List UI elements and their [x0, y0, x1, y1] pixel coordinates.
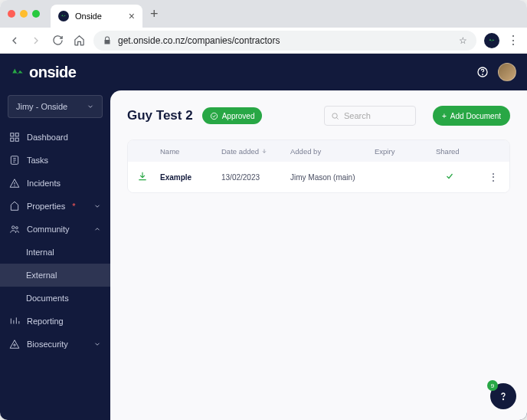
check-circle-icon [210, 112, 218, 120]
svg-point-12 [332, 113, 337, 117]
sidebar-item-reporting[interactable]: Reporting [0, 310, 110, 333]
sidebar-item-tasks[interactable]: Tasks [0, 149, 110, 172]
page-title: Guy Test 2 [127, 108, 193, 123]
row-name: Example [160, 173, 221, 182]
tab-title: Onside [75, 11, 102, 21]
required-indicator: * [72, 202, 75, 211]
url-text: get.onside.co.nz/companies/contractors [118, 35, 280, 46]
svg-point-10 [14, 344, 15, 346]
sidebar-item-documents[interactable]: Documents [0, 287, 110, 310]
svg-rect-2 [11, 133, 14, 136]
sort-desc-icon [261, 148, 267, 154]
row-shared [436, 172, 482, 182]
status-badge: Approved [202, 107, 263, 124]
address-bar[interactable]: get.onside.co.nz/companies/contractors ☆ [93, 31, 476, 51]
svg-rect-3 [15, 133, 18, 136]
chevron-down-icon [93, 340, 101, 348]
col-date-added[interactable]: Date added [221, 147, 290, 156]
biosecurity-icon [9, 339, 20, 349]
sidebar-item-label: External [26, 271, 57, 280]
sidebar-item-label: Dashboard [27, 133, 68, 142]
sidebar-item-label: Documents [26, 294, 69, 303]
chevron-up-icon [93, 225, 101, 233]
reporting-icon [9, 316, 20, 326]
workspace-name: Jimy - Onside [16, 102, 67, 111]
new-tab-button[interactable]: + [150, 6, 159, 22]
check-icon [445, 172, 454, 181]
workspace-selector[interactable]: Jimy - Onside [8, 95, 103, 118]
forward-button [29, 34, 43, 48]
floating-help-button[interactable]: 9 [490, 383, 516, 409]
sidebar-item-biosecurity[interactable]: Biosecurity [0, 333, 110, 356]
add-document-button[interactable]: + Add Document [433, 106, 510, 126]
svg-rect-4 [11, 138, 14, 141]
col-shared[interactable]: Shared [436, 147, 482, 156]
svg-point-13 [502, 399, 503, 399]
col-name[interactable]: Name [160, 147, 221, 156]
sidebar: Jimy - Onside Dashboard Tasks Incidents … [0, 54, 110, 420]
lock-icon [103, 36, 112, 45]
sidebar-item-internal[interactable]: Internal [0, 241, 110, 264]
plus-icon: + [442, 112, 447, 120]
download-button[interactable] [133, 171, 160, 183]
sidebar-item-dashboard[interactable]: Dashboard [0, 126, 110, 149]
tab-close-icon[interactable]: × [129, 10, 135, 22]
row-date-added: 13/02/2023 [221, 173, 290, 182]
window-minimize-button[interactable] [20, 10, 28, 18]
sidebar-item-label: Biosecurity [27, 340, 68, 349]
svg-rect-5 [15, 138, 18, 141]
svg-point-1 [483, 74, 483, 75]
download-icon [137, 171, 148, 182]
incidents-icon [9, 178, 20, 189]
search-input[interactable]: Search [324, 106, 416, 126]
sidebar-item-label: Community [27, 225, 70, 234]
sidebar-item-label: Properties [27, 202, 65, 211]
sidebar-item-label: Tasks [27, 156, 48, 165]
sidebar-item-label: Internal [26, 248, 54, 257]
avatar[interactable] [498, 63, 516, 81]
extension-icon[interactable] [484, 33, 499, 48]
brand-logo[interactable]: onside [11, 64, 76, 81]
row-added-by: Jimy Mason (main) [290, 173, 375, 182]
sidebar-item-external[interactable]: External [0, 264, 110, 287]
brand-text: onside [29, 64, 76, 81]
back-button[interactable] [8, 34, 21, 48]
svg-point-7 [15, 185, 15, 186]
help-icon[interactable] [476, 66, 489, 78]
bookmark-star-icon[interactable]: ☆ [459, 35, 467, 46]
chevron-down-icon [93, 202, 101, 210]
question-icon [497, 390, 509, 402]
status-text: Approved [222, 112, 255, 120]
documents-table: Name Date added Added by Expiry Shared E… [127, 139, 510, 193]
tasks-icon [9, 155, 20, 166]
notification-badge: 9 [487, 380, 498, 391]
browser-tab[interactable]: Onside × [51, 5, 142, 28]
window-close-button[interactable] [8, 10, 15, 18]
search-placeholder: Search [344, 111, 371, 120]
col-expiry[interactable]: Expiry [375, 147, 436, 156]
window-maximize-button[interactable] [32, 10, 40, 18]
logo-icon [11, 65, 25, 79]
search-icon [331, 112, 339, 120]
community-icon [9, 224, 20, 235]
sidebar-item-community[interactable]: Community [0, 218, 110, 241]
svg-point-8 [12, 226, 15, 229]
home-button[interactable] [72, 34, 86, 48]
sidebar-item-incidents[interactable]: Incidents [0, 172, 110, 195]
svg-point-9 [15, 227, 18, 229]
properties-icon [9, 201, 20, 212]
add-button-label: Add Document [450, 112, 501, 120]
col-added-by[interactable]: Added by [290, 147, 375, 156]
chevron-down-icon [87, 103, 94, 110]
favicon [58, 11, 69, 21]
reload-button[interactable] [51, 34, 64, 48]
sidebar-item-properties[interactable]: Properties* [0, 195, 110, 218]
browser-menu-icon[interactable]: ⋮ [507, 33, 519, 48]
table-header: Name Date added Added by Expiry Shared [128, 140, 509, 162]
sidebar-item-label: Reporting [27, 317, 64, 326]
sidebar-item-label: Incidents [27, 179, 61, 188]
dashboard-icon [9, 132, 20, 143]
row-menu-button[interactable]: ⋮ [482, 171, 505, 183]
svg-point-11 [211, 113, 217, 119]
table-row[interactable]: Example 13/02/2023 Jimy Mason (main) ⋮ [128, 162, 509, 192]
